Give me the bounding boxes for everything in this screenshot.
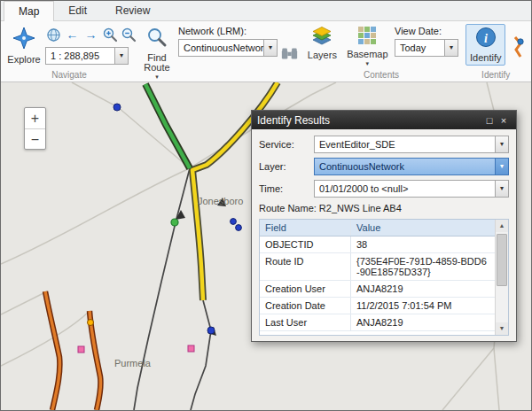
table-row: OBJECTID 38	[260, 237, 495, 253]
scale-dropdown-arrow-icon[interactable]: ▾	[114, 48, 128, 64]
map-zoom-in-button[interactable]: +	[25, 108, 45, 128]
view-date-label: View Date:	[395, 26, 458, 36]
find-route-dropdown-arrow-icon[interactable]: ▾	[155, 74, 159, 80]
service-label: Service:	[259, 139, 314, 150]
scrollbar-track[interactable]	[496, 232, 508, 322]
zoom-control: + −	[24, 107, 46, 150]
network-value: ContinuousNetwork	[179, 43, 263, 53]
tab-map[interactable]: Map	[4, 1, 54, 21]
identify-results-panel: Identify Results □ × Service: EventEdito…	[251, 110, 517, 342]
event-editor-window: Map Edit Review Explore ← →	[0, 0, 532, 411]
table-row: Route ID {735E4F0E-791D-4859-BDD6-90E185…	[260, 253, 495, 281]
scroll-down-icon[interactable]: ▼	[496, 322, 508, 335]
next-extent-icon[interactable]: →	[82, 27, 99, 43]
explore-compass-icon	[12, 27, 35, 53]
attributes-table: Field Value OBJECTID 38 Route ID {735E4F…	[259, 219, 509, 336]
explore-label: Explore	[7, 55, 40, 65]
table-row: Creation User ANJA8219	[260, 281, 495, 298]
map-point-markers[interactable]	[78, 104, 241, 353]
route-green[interactable]	[145, 84, 190, 168]
zoom-in-icon[interactable]	[101, 27, 118, 43]
ribbon-toolbar: Explore ← → 1 : 288,895 ▾ Nav	[1, 21, 531, 82]
network-dropdown-arrow-icon[interactable]: ▾	[263, 40, 277, 56]
identify-route-tool-icon[interactable]	[509, 27, 526, 66]
identify-button[interactable]: i Identify	[466, 24, 505, 66]
panel-titlebar[interactable]: Identify Results □ ×	[252, 111, 516, 129]
scale-combobox[interactable]: 1 : 288,895 ▾	[45, 47, 129, 65]
table-row: Last User ANJA8219	[260, 314, 495, 331]
explore-button[interactable]: Explore	[6, 24, 42, 67]
time-label: Time:	[259, 183, 314, 194]
view-date-dropdown-arrow-icon[interactable]: ▾	[444, 40, 458, 56]
layers-label: Layers	[308, 50, 337, 60]
scroll-up-icon[interactable]: ▲	[496, 220, 508, 232]
svg-text:i: i	[484, 32, 488, 45]
place-label-purmela: Purmela	[114, 358, 152, 368]
zoom-out-icon[interactable]	[120, 27, 137, 43]
map-zoom-out-button[interactable]: −	[25, 128, 45, 149]
scale-value: 1 : 288,895	[46, 50, 114, 61]
table-header-field: Field	[260, 220, 350, 236]
table-header-value: Value	[350, 220, 495, 236]
group-identify: i Identify Identify	[462, 22, 529, 81]
view-date-combobox[interactable]: Today ▾	[395, 39, 458, 57]
group-label-identify: Identify	[462, 70, 529, 81]
time-dropdown-arrow-icon[interactable]: ▾	[495, 181, 508, 197]
view-date-value: Today	[395, 43, 444, 53]
basemap-button[interactable]: Basemap ▾	[344, 24, 391, 69]
ribbon-tabbar: Map Edit Review	[1, 1, 531, 21]
previous-extent-icon[interactable]: ←	[64, 27, 81, 43]
time-value: 01/01/2000 to <null>	[315, 183, 495, 194]
service-value: EventEditor_SDE	[315, 139, 495, 150]
layer-value: ContinuousNetwork	[315, 161, 495, 172]
table-scrollbar[interactable]: ▲ ▼	[495, 220, 508, 335]
route-name-text: Route Name: R2_NWS Line AB4	[259, 203, 509, 213]
group-contents: Layers Basemap ▾ View Date: Today ▾	[301, 22, 462, 81]
identify-label: Identify	[470, 53, 501, 63]
close-icon[interactable]: ×	[497, 112, 511, 129]
find-route-button[interactable]: Find Route ▾	[139, 24, 175, 82]
table-row: Creation Date 11/2/2015 7:01:54 PM	[260, 298, 495, 314]
network-combobox[interactable]: ContinuousNetwork ▾	[178, 39, 278, 57]
basemap-icon	[358, 27, 376, 48]
map-viewport[interactable]: Jonesboro Purmela + − Identify Results □…	[1, 82, 531, 410]
group-navigate: Explore ← → 1 : 288,895 ▾ Nav	[3, 22, 136, 81]
layers-icon	[312, 27, 332, 49]
time-dropdown[interactable]: 01/01/2000 to <null> ▾	[314, 180, 509, 198]
group-label-navigate: Navigate	[3, 70, 136, 81]
search-binoculars-icon[interactable]	[281, 34, 298, 73]
service-dropdown[interactable]: EventEditor_SDE ▾	[314, 136, 509, 153]
layer-dropdown-arrow-icon[interactable]: ▾	[495, 159, 508, 174]
find-route-label: Find Route	[144, 53, 170, 73]
layers-button[interactable]: Layers	[304, 24, 340, 63]
panel-title: Identify Results	[257, 114, 482, 127]
group-label-contents: Contents	[301, 70, 462, 81]
layer-label: Layer:	[259, 161, 314, 172]
place-label-jonesboro: Jonesboro	[198, 196, 243, 206]
table-header-row: Field Value	[260, 220, 495, 237]
route-orange[interactable]	[45, 291, 101, 410]
basemap-dropdown-arrow-icon[interactable]: ▾	[366, 60, 370, 66]
service-dropdown-arrow-icon[interactable]: ▾	[495, 136, 508, 152]
find-route-magnifier-icon	[146, 27, 168, 51]
network-lrm-label: Network (LRM):	[178, 26, 278, 36]
full-extent-icon[interactable]	[45, 27, 62, 43]
identify-icon: i	[475, 27, 497, 51]
layer-dropdown[interactable]: ContinuousNetwork ▾	[314, 158, 509, 175]
scrollbar-thumb[interactable]	[497, 234, 507, 286]
tab-review[interactable]: Review	[101, 1, 164, 20]
group-find: Find Route ▾ Network (LRM): ContinuousNe…	[136, 22, 301, 81]
basemap-label: Basemap	[347, 50, 387, 59]
tab-edit[interactable]: Edit	[54, 1, 101, 20]
maximize-icon[interactable]: □	[482, 112, 497, 129]
